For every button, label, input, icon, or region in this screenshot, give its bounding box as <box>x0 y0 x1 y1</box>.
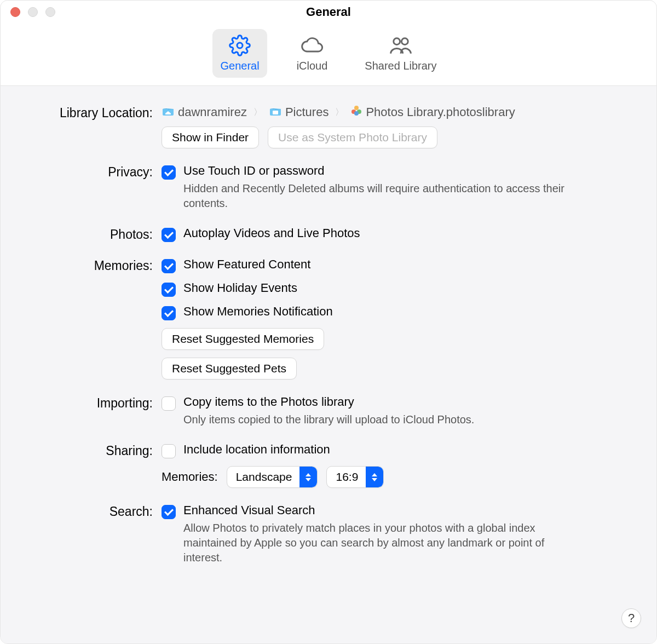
home-folder-icon <box>162 105 175 119</box>
privacy-label: Privacy: <box>30 164 162 180</box>
chevron-right-icon: 〉 <box>253 107 262 118</box>
svg-point-2 <box>401 38 408 45</box>
enhanced-visual-search-label: Enhanced Visual Search <box>183 503 567 518</box>
copy-items-checkbox-label: Copy items to the Photos library <box>183 395 474 409</box>
touch-id-checkbox[interactable] <box>162 165 176 180</box>
search-description: Allow Photos to privately match places i… <box>183 521 567 565</box>
memories-label: Memories: <box>30 257 162 273</box>
titlebar: General <box>1 1 656 24</box>
orientation-select-value: Landscape <box>227 470 300 484</box>
svg-point-4 <box>354 106 359 110</box>
memories-sublabel: Memories: <box>162 470 218 484</box>
show-holiday-events-label: Show Holiday Events <box>183 281 297 295</box>
minimize-window-button[interactable] <box>28 7 38 17</box>
importing-label: Importing: <box>30 395 162 411</box>
enhanced-visual-search-checkbox[interactable] <box>162 505 176 519</box>
tab-general-label: General <box>220 60 259 72</box>
tab-icloud-label: iCloud <box>297 60 328 72</box>
tab-icloud[interactable]: iCloud <box>289 29 336 78</box>
show-memories-notification-label: Show Memories Notification <box>183 304 333 319</box>
aspect-select[interactable]: 16:9 <box>326 466 384 488</box>
pictures-folder-icon <box>269 105 282 119</box>
memories-row: Memories: Show Featured Content Show Hol… <box>30 257 627 380</box>
show-featured-content-checkbox[interactable] <box>162 259 176 273</box>
touch-id-checkbox-label: Use Touch ID or password <box>183 164 567 178</box>
tab-shared-library[interactable]: Shared Library <box>357 29 444 78</box>
orientation-select[interactable]: Landscape <box>227 466 318 488</box>
select-stepper-icon <box>299 467 317 487</box>
svg-point-7 <box>354 111 359 116</box>
search-label: Search: <box>30 503 162 519</box>
svg-rect-3 <box>273 111 278 114</box>
help-button[interactable]: ? <box>621 608 641 628</box>
traffic-lights <box>10 7 55 17</box>
breadcrumb-home[interactable]: dawnramirez <box>162 105 247 119</box>
library-location-row: Library Location: dawnramirez 〉 Pic <box>30 105 627 148</box>
include-location-checkbox-label: Include location information <box>183 442 330 457</box>
sharing-row: Sharing: Include location information Me… <box>30 442 627 488</box>
importing-row: Importing: Copy items to the Photos libr… <box>30 395 627 427</box>
show-in-finder-button[interactable]: Show in Finder <box>162 127 259 148</box>
breadcrumb-library-file[interactable]: Photos Library.photoslibrary <box>350 105 515 120</box>
reset-suggested-memories-button[interactable]: Reset Suggested Memories <box>162 328 324 350</box>
privacy-description: Hidden and Recently Deleted albums will … <box>183 181 567 211</box>
content-pane: Library Location: dawnramirez 〉 Pic <box>1 86 656 643</box>
show-holiday-events-checkbox[interactable] <box>162 283 176 297</box>
chevron-right-icon: 〉 <box>335 107 344 118</box>
show-memories-notification-checkbox[interactable] <box>162 306 176 320</box>
gear-icon <box>227 34 252 56</box>
library-path-breadcrumb: dawnramirez 〉 Pictures 〉 Photo <box>162 105 627 120</box>
include-location-checkbox[interactable] <box>162 444 176 458</box>
search-row: Search: Enhanced Visual Search Allow Pho… <box>30 503 627 565</box>
privacy-row: Privacy: Use Touch ID or password Hidden… <box>30 164 627 211</box>
svg-point-0 <box>237 43 243 48</box>
fullscreen-window-button[interactable] <box>45 7 55 17</box>
tab-shared-library-label: Shared Library <box>365 60 436 72</box>
reset-suggested-pets-button[interactable]: Reset Suggested Pets <box>162 358 297 380</box>
autoplay-checkbox-label: Autoplay Videos and Live Photos <box>183 226 360 240</box>
show-featured-content-label: Show Featured Content <box>183 257 310 272</box>
close-window-button[interactable] <box>10 7 20 17</box>
tab-general[interactable]: General <box>212 29 267 78</box>
autoplay-checkbox[interactable] <box>162 228 176 242</box>
aspect-select-value: 16:9 <box>327 470 366 484</box>
settings-toolbar: General iCloud Shared Library <box>1 24 656 86</box>
use-as-system-photo-library-button: Use as System Photo Library <box>268 127 437 148</box>
photos-row: Photos: Autoplay Videos and Live Photos <box>30 226 627 242</box>
photos-label: Photos: <box>30 226 162 242</box>
importing-description: Only items copied to the library will up… <box>183 412 474 427</box>
breadcrumb-pictures[interactable]: Pictures <box>269 105 328 119</box>
photos-library-icon <box>350 105 362 120</box>
window-title: General <box>1 5 656 19</box>
settings-window: General General iCloud Shared Library Li… <box>0 0 657 644</box>
library-location-label: Library Location: <box>30 105 162 120</box>
people-icon <box>388 34 413 56</box>
svg-point-1 <box>394 38 400 45</box>
sharing-label: Sharing: <box>30 442 162 458</box>
copy-items-checkbox[interactable] <box>162 396 176 411</box>
cloud-icon <box>299 34 325 56</box>
select-stepper-icon <box>366 467 383 487</box>
